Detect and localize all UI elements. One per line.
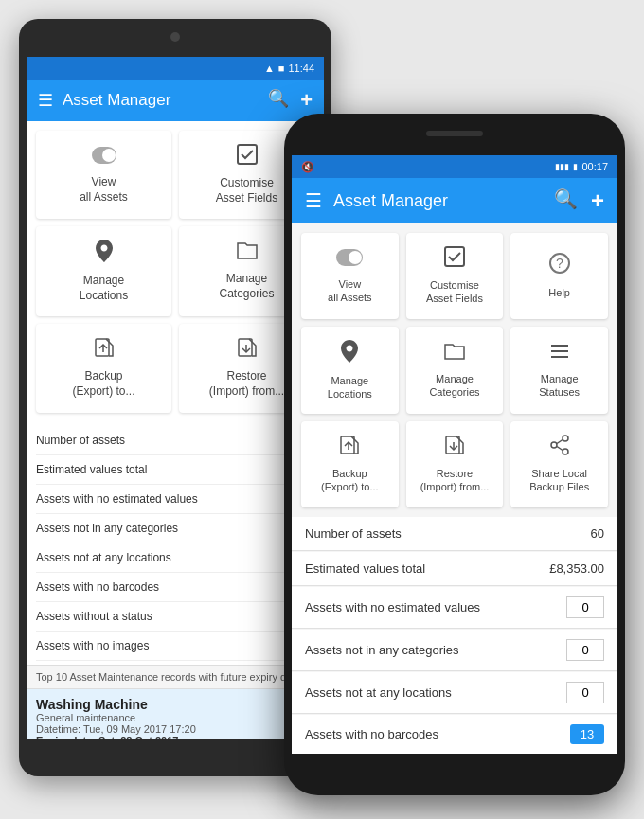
restore-label: Restore(Import) from...	[420, 467, 490, 494]
phone-app-bar-icons: 🔍 +	[554, 187, 604, 214]
location-icon	[96, 240, 113, 268]
tablet-grid-item-view-assets[interactable]: Viewall Assets	[36, 131, 171, 219]
stat-label: Estimated values total	[36, 463, 147, 476]
help-label: Help	[548, 286, 570, 299]
stat-label: Assets with no images	[36, 639, 149, 652]
stat-badge-barcode: 13	[570, 724, 604, 744]
tablet-grid-item-backup[interactable]: Backup(Export) to...	[36, 324, 171, 412]
maintenance-datetime: Datetime: Tue, 09 May 2017 17:20	[36, 723, 314, 735]
folder-icon	[443, 342, 466, 366]
backup-label: Backup(Export) to...	[321, 467, 379, 494]
time-display: 11:44	[288, 62, 314, 74]
phone-app-bar: ☰ Asset Manager 🔍 +	[292, 178, 617, 223]
phone-grid-item-categories[interactable]: ManageCategories	[406, 327, 504, 415]
phone-grid-item-share[interactable]: Share LocalBackup Files	[510, 421, 608, 507]
menu-icon[interactable]: ☰	[305, 189, 322, 212]
tablet-stat-no-est: Assets with no estimated values	[36, 485, 314, 514]
phone-status-right: ▮▮▮ ▮ 00:17	[555, 161, 608, 172]
stat-label: Assets not in any categories	[305, 643, 459, 657]
battery-icon: ■	[278, 62, 285, 74]
svg-line-22	[557, 440, 563, 444]
tablet-stat-no-loc: Assets not at any locations	[36, 543, 314, 573]
locations-label: ManageLocations	[328, 374, 372, 401]
wifi-icon: ▲	[264, 62, 275, 74]
tablet-grid-item-locations[interactable]: ManageLocations	[36, 226, 171, 316]
phone-stat-no-est: Assets with no estimated values	[292, 587, 617, 629]
phone-grid-item-help[interactable]: ? Help	[510, 233, 608, 319]
phone-grid-item-view-assets[interactable]: Viewall Assets	[301, 233, 399, 319]
phone-device: 🔇 ▮▮▮ ▮ 00:17 ☰ Asset Manager 🔍 +	[284, 114, 625, 795]
search-icon[interactable]: 🔍	[554, 187, 578, 214]
phone-speaker	[426, 131, 483, 136]
app-title: Asset Manager	[333, 191, 543, 211]
stat-input-no-cat[interactable]	[566, 639, 604, 661]
svg-rect-5	[239, 339, 252, 356]
svg-point-19	[563, 436, 568, 441]
phone-grid-item-backup[interactable]: Backup(Export) to...	[301, 421, 399, 507]
stat-input-no-est[interactable]	[566, 596, 604, 618]
search-icon[interactable]: 🔍	[268, 88, 289, 113]
phone-grid-item-restore[interactable]: Restore(Import) from...	[406, 421, 504, 507]
app-title: Asset Manager	[63, 91, 259, 110]
phone-grid-item-customise[interactable]: CustomiseAsset Fields	[406, 233, 504, 319]
svg-text:?: ?	[556, 256, 564, 271]
stat-label: Assets with no barcodes	[36, 580, 159, 594]
tablet-app-bar-icons: 🔍 +	[268, 88, 313, 113]
tablet-app-bar: ☰ Asset Manager 🔍 +	[27, 80, 324, 121]
stat-label: Number of assets	[305, 526, 402, 541]
svg-point-1	[102, 149, 116, 162]
stat-label: Assets not in any categories	[36, 522, 178, 535]
list-icon	[549, 342, 570, 366]
phone-status-bar: 🔇 ▮▮▮ ▮ 00:17	[292, 155, 617, 178]
tablet-camera	[170, 32, 180, 42]
phone-grid-item-statuses[interactable]: ManageStatuses	[510, 327, 608, 415]
maintenance-subtitle: General maintenance	[36, 712, 314, 723]
stat-label: Assets not at any locations	[305, 685, 452, 700]
phone-stat-no-loc: Assets not at any locations	[292, 672, 617, 714]
phone-stat-no-barcode: Assets with no barcodes 13	[292, 715, 617, 754]
restore-icon	[237, 337, 258, 364]
stat-label: Assets with no barcodes	[305, 727, 438, 741]
stat-value: 60	[591, 526, 604, 541]
phone-status-left: 🔇	[301, 161, 314, 173]
backup-icon	[94, 337, 115, 364]
statuses-label: ManageStatuses	[539, 372, 580, 400]
share-icon	[549, 435, 570, 461]
menu-icon[interactable]: ☰	[38, 90, 53, 111]
view-assets-label: Viewall Assets	[328, 277, 371, 305]
tablet-status-bar: ▲ ■ 11:44	[27, 57, 324, 80]
stat-value: £8,353.00	[549, 561, 604, 576]
backup-label: Backup(Export) to...	[72, 369, 134, 399]
tablet-grid: Viewall Assets CustomiseAsset Fields Man…	[27, 121, 324, 422]
svg-point-21	[563, 449, 568, 454]
tablet-screen: ▲ ■ 11:44 ☰ Asset Manager 🔍 + Viewall As…	[27, 57, 324, 739]
locations-label: ManageLocations	[80, 274, 128, 303]
battery-icon: ▮	[573, 162, 578, 171]
help-icon: ?	[548, 252, 571, 280]
tablet-maintenance-item[interactable]: Washing Machine General maintenance Date…	[27, 689, 324, 739]
stat-label: Number of assets	[36, 434, 125, 447]
tablet-stat-no-barcode: Assets with no barcodes	[36, 573, 314, 602]
phone-stat-num-assets: Number of assets 60	[292, 517, 617, 551]
tablet-stat-no-cat: Assets not in any categories	[36, 514, 314, 543]
stat-input-no-loc[interactable]	[566, 682, 604, 703]
customise-label: CustomiseAsset Fields	[216, 176, 277, 205]
time-display: 00:17	[581, 161, 608, 172]
svg-line-23	[557, 447, 563, 451]
categories-label: ManageCategories	[219, 272, 274, 301]
add-icon[interactable]: +	[300, 88, 313, 113]
toggle-icon	[92, 145, 116, 169]
stat-label: Assets not at any locations	[36, 551, 171, 564]
check-icon	[444, 246, 465, 273]
share-label: Share LocalBackup Files	[529, 467, 589, 494]
maintenance-title: Washing Machine	[36, 697, 314, 712]
svg-point-8	[349, 251, 362, 264]
phone-stat-est-values: Estimated values total £8,353.00	[292, 552, 617, 586]
stat-label: Assets with no estimated values	[305, 600, 480, 614]
tablet-stat-no-images: Assets with no images	[36, 632, 314, 661]
add-icon[interactable]: +	[591, 187, 604, 214]
toggle-icon	[336, 247, 363, 272]
phone-grid-item-locations[interactable]: ManageLocations	[301, 327, 399, 415]
restore-icon	[444, 435, 465, 461]
phone-stat-no-cat: Assets not in any categories	[292, 630, 617, 671]
